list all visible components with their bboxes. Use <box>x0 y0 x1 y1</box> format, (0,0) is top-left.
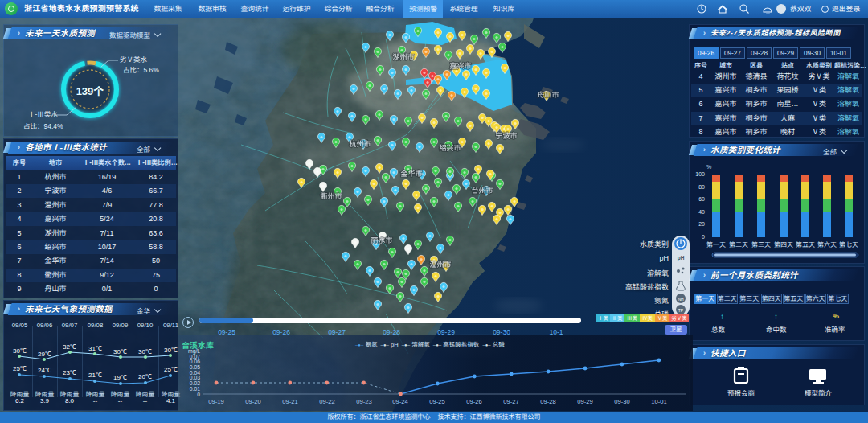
svg-text:宁波市: 宁波市 <box>495 132 517 140</box>
svg-text:嘉兴市: 嘉兴市 <box>449 62 471 70</box>
svg-text:温州市: 温州市 <box>429 261 451 269</box>
svg-text:20: 20 <box>698 221 705 227</box>
svg-text:第七天: 第七天 <box>839 241 858 248</box>
svg-text:第四天: 第四天 <box>774 241 793 248</box>
svg-text:第二天: 第二天 <box>729 241 748 248</box>
svg-text:丽水市: 丽水市 <box>371 236 392 244</box>
svg-text:60: 60 <box>698 196 705 202</box>
svg-text:第五天: 第五天 <box>796 241 815 248</box>
svg-text:40: 40 <box>698 209 705 215</box>
svg-text:绍兴市: 绍兴市 <box>439 144 461 152</box>
svg-text:0: 0 <box>702 234 705 240</box>
svg-text:金华市: 金华市 <box>400 170 422 178</box>
svg-text:第六天: 第六天 <box>817 241 837 248</box>
svg-text:第三天: 第三天 <box>751 241 771 248</box>
svg-text:舟山市: 舟山市 <box>537 91 559 99</box>
svg-text:台州市: 台州市 <box>471 187 493 195</box>
svg-text:80: 80 <box>698 184 705 190</box>
svg-text:衢州市: 衢州市 <box>320 192 342 200</box>
svg-text:pH: pH <box>678 255 685 261</box>
svg-text:第一天: 第一天 <box>706 241 726 248</box>
svg-text:杭州市: 杭州市 <box>349 140 371 148</box>
svg-text:湖州市: 湖州市 <box>392 53 414 61</box>
svg-text:100: 100 <box>695 171 705 177</box>
svg-text:%: % <box>706 164 711 170</box>
svg-text:NH: NH <box>678 297 684 302</box>
